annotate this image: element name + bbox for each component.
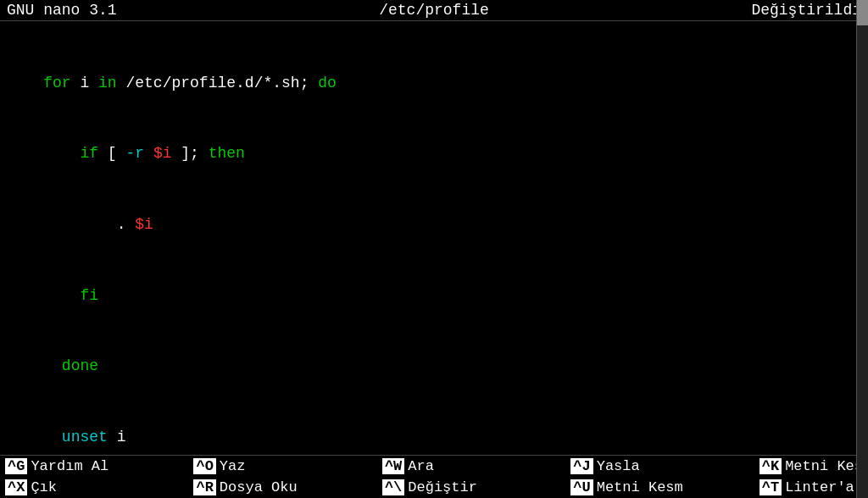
shortcut-key: ^G xyxy=(5,458,27,474)
shortcut-label: Yasla xyxy=(597,458,640,474)
scrollbar-thumb[interactable] xyxy=(857,0,868,25)
code-line: for i in /etc/profile.d/*.sh; do xyxy=(7,48,861,119)
shortcut-justify[interactable]: ^J Yasla xyxy=(565,456,754,477)
shortcut-exit[interactable]: ^X Çık xyxy=(0,477,188,498)
code-line: unset i xyxy=(7,402,861,455)
shortcut-replace[interactable]: ^\ Değiştir xyxy=(377,477,565,498)
file-name: /etc/profile xyxy=(379,2,489,19)
shortcut-help[interactable]: ^G Yardım Al xyxy=(0,456,188,477)
shortcut-key: ^U xyxy=(570,479,593,495)
shortcut-label: Yaz xyxy=(220,458,246,474)
shortcut-label: Metni Kes xyxy=(785,458,863,474)
shortcut-label: Linter'a xyxy=(785,479,854,495)
shortcut-label: Değiştir xyxy=(408,479,477,495)
code-line: if [ -r $i ]; then xyxy=(7,119,861,191)
code-line: . $i xyxy=(7,190,861,261)
shortcut-key: ^T xyxy=(760,479,782,495)
code-line: fi xyxy=(7,261,861,332)
shortcut-key: ^K xyxy=(760,458,782,474)
shortcut-key: ^O xyxy=(193,458,215,474)
shortcut-label: Ara xyxy=(408,458,434,474)
scrollbar[interactable] xyxy=(856,0,868,498)
code-line xyxy=(7,25,861,48)
shortcut-key: ^R xyxy=(193,479,215,495)
shortcut-label: Metni Kesm xyxy=(597,479,683,495)
shortcut-key: ^\ xyxy=(382,479,404,495)
file-status: Değiştirildi xyxy=(751,2,861,19)
shortcut-read[interactable]: ^R Dosya Oku xyxy=(188,477,376,498)
title-bar: GNU nano 3.1 /etc/profile Değiştirildi xyxy=(0,0,868,21)
shortcut-write[interactable]: ^O Yaz xyxy=(188,456,376,477)
shortcut-bar: ^G Yardım Al ^O Yaz ^W Ara ^K Metni Kes … xyxy=(0,456,868,498)
editor-area[interactable]: for i in /etc/profile.d/*.sh; do if [ -r… xyxy=(0,21,868,455)
shortcut-uncut[interactable]: ^U Metni Kesm xyxy=(565,477,754,498)
shortcut-cut[interactable]: ^K Metni Kes xyxy=(754,456,868,477)
shortcut-label: Çık xyxy=(31,479,57,495)
shortcut-key: ^X xyxy=(5,479,27,495)
shortcut-label: Yardım Al xyxy=(31,458,108,474)
status-bar: ^G Yardım Al ^O Yaz ^W Ara ^K Metni Kes … xyxy=(0,455,868,498)
shortcut-label: Dosya Oku xyxy=(220,479,298,495)
shortcut-key: ^J xyxy=(570,458,593,474)
code-line: done xyxy=(7,332,861,403)
shortcut-key: ^W xyxy=(382,458,404,474)
app-name: GNU nano 3.1 xyxy=(7,2,117,19)
shortcut-search[interactable]: ^W Ara xyxy=(377,456,565,477)
shortcut-linter[interactable]: ^T Linter'a xyxy=(754,477,868,498)
